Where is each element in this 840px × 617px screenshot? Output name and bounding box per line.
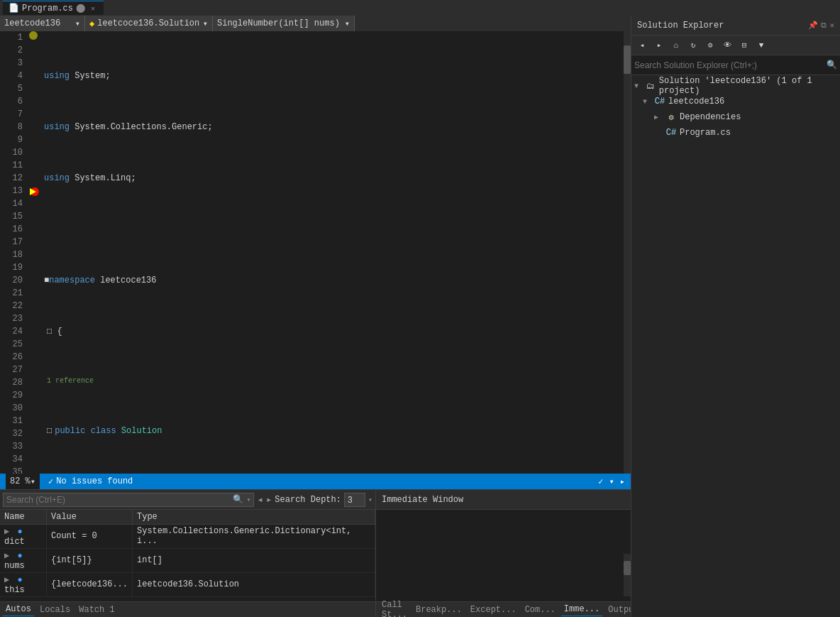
tab-watch1[interactable]: Watch 1 (76, 604, 117, 616)
immediate-content[interactable] (376, 510, 631, 601)
editor-vscrollbar[interactable] (624, 31, 631, 474)
dropdown-arrow3: ▾ (345, 18, 350, 29)
se-search: 🔍 (631, 55, 840, 75)
se-deps-icon: ⚙ (665, 111, 677, 123)
expand-this[interactable]: ▶ (4, 575, 9, 585)
status-right: ✓ ▾ ▸ (598, 476, 625, 487)
se-programcs-icon: C# (665, 127, 677, 138)
editor-toolbar: leetcode136 ▾ ◆ leetcoce136.Solution ▾ S… (0, 16, 631, 31)
check2-icon: ✓ (598, 476, 603, 487)
se-search-icon[interactable]: 🔍 (827, 60, 837, 70)
cell-value-dict: Count = 0 (46, 524, 132, 548)
cell-value-this: {leetcode136... (46, 572, 132, 596)
dropdown-arrow4[interactable]: ▾ (246, 496, 250, 504)
se-solution-label: Solution 'leetcode136' (1 of 1 project) (659, 76, 837, 96)
se-solution-icon: 🗂 (645, 80, 656, 92)
se-home-btn[interactable]: ⌂ (668, 38, 684, 53)
depth-dropdown-arrow[interactable]: ▾ (368, 496, 372, 504)
se-title-bar: Solution Explorer 📌 ⧉ ✕ (631, 16, 840, 36)
se-float-btn[interactable]: ⧉ (821, 21, 827, 30)
editor-area: leetcode136 ▾ ◆ leetcoce136.Solution ▾ S… (0, 16, 631, 617)
table-row[interactable]: ▶ ● this {leetcode136... leetcode136.Sol… (0, 572, 375, 596)
gutter (28, 31, 41, 474)
code-content[interactable]: using System; using System.Collections.G… (41, 31, 624, 474)
solution-icon: ◆ (89, 18, 94, 29)
tab-callstack[interactable]: Call St... (379, 599, 410, 618)
cell-type-this: leetcode136.Solution (133, 572, 375, 596)
editor-tab-program[interactable]: 📄 Program.cs ⬤ ✕ (3, 1, 104, 15)
tab-command[interactable]: Com... (522, 604, 558, 616)
expand-nums[interactable]: ▶ (4, 551, 9, 561)
se-preview-btn[interactable]: 👁 (719, 38, 735, 53)
code-line-6: □ { (44, 325, 624, 338)
tab-output[interactable]: Output (605, 604, 631, 616)
se-project-icon: C# (654, 96, 665, 107)
autos-search-box[interactable]: 🔍 ▾ (3, 493, 254, 507)
se-refresh-btn[interactable]: ↻ (685, 38, 701, 53)
se-filter-btn[interactable]: ▼ (753, 38, 769, 53)
line-numbers: 1 2 3 4 5 6 7 8 9 10 11 12 13 14 15 16 1… (0, 31, 28, 474)
se-collapse-btn[interactable]: ⊟ (736, 38, 752, 53)
se-arrow-solution: ▼ (634, 82, 642, 90)
tab-exceptions[interactable]: Except... (468, 604, 519, 616)
se-deps-label: Dependencies (680, 112, 741, 122)
se-item-dependencies[interactable]: ▶ ⚙ Dependencies (631, 109, 840, 125)
exec-arrow-line13 (30, 188, 36, 195)
solution-dropdown[interactable]: ◆ leetcoce136.Solution ▾ (85, 16, 213, 31)
tab-immediate[interactable]: Imme... (561, 603, 602, 616)
se-pin-btn[interactable]: 📌 (808, 21, 818, 30)
cell-type-dict: System.Collections.Generic.Dictionary<in… (133, 524, 375, 548)
se-project-label: leetcode136 (668, 97, 724, 107)
se-item-programcs[interactable]: ▶ C# Program.cs (631, 125, 840, 141)
tab-close-button[interactable]: ✕ (88, 4, 98, 13)
tab-autos[interactable]: Autos (3, 603, 34, 616)
cell-name-nums: ▶ ● nums (0, 548, 46, 572)
se-forward-btn[interactable]: ▸ (651, 38, 667, 53)
debug-dot (29, 31, 38, 40)
check-icon: ✓ (48, 476, 53, 487)
immediate-panel: Immediate Window 📌 ⧉ ✕ Call St... Br (376, 490, 631, 617)
table-row[interactable]: ▶ ● nums {int[5]} int[] (0, 548, 375, 572)
immediate-bottom-tabs: Call St... Breakp... Except... Com... Im… (376, 601, 631, 617)
nav-back-btn[interactable]: ◂ (257, 493, 262, 506)
zoom-arrow: ▾ (31, 476, 35, 487)
tab-locals[interactable]: Locals (37, 604, 73, 616)
immediate-vscrollbar[interactable] (624, 554, 631, 596)
code-line-1: using System; (44, 70, 624, 82)
se-back-btn[interactable]: ◂ (634, 38, 650, 53)
col-type: Type (133, 510, 375, 524)
autos-panel: 🔍 ▾ ◂ ▸ Search Depth: ▾ N (0, 490, 376, 617)
se-settings-btn[interactable]: ⚙ (702, 38, 718, 53)
method-dropdown[interactable]: SingleNumber(int[] nums) ▾ (213, 16, 355, 31)
expand-dict[interactable]: ▶ (4, 527, 9, 537)
zoom-level[interactable]: 82 % ▾ (6, 474, 40, 489)
search-icon: 🔍 (233, 494, 243, 505)
se-item-solution[interactable]: ▼ 🗂 Solution 'leetcode136' (1 of 1 proje… (631, 78, 840, 94)
se-arrow-project: ▼ (643, 98, 651, 106)
dropdown-arrow: ▾ (75, 18, 80, 29)
se-item-project[interactable]: ▼ C# leetcode136 (631, 94, 840, 109)
immediate-toolbar: Immediate Window 📌 ⧉ ✕ (376, 490, 631, 510)
ref-label-7: 1 reference (44, 376, 624, 386)
tab-label: Program.cs (22, 4, 73, 13)
tab-breakpoints[interactable]: Breakp... (413, 604, 465, 616)
cell-value-nums: {int[5]} (46, 548, 132, 572)
code-line-5: ■namespace leetcoce136 (44, 274, 624, 287)
main-layout: leetcode136 ▾ ◆ leetcoce136.Solution ▾ S… (0, 16, 840, 617)
table-row[interactable]: ▶ ● dict Count = 0 System.Collections.Ge… (0, 524, 375, 548)
tab-modified-dot: ⬤ (76, 3, 85, 13)
search-depth-input[interactable] (344, 493, 365, 507)
se-toolbar: ◂ ▸ ⌂ ↻ ⚙ 👁 ⊟ ▼ (631, 36, 840, 55)
code-editor: 1 2 3 4 5 6 7 8 9 10 11 12 13 14 15 16 1… (0, 31, 631, 474)
se-close-btn[interactable]: ✕ (829, 21, 834, 30)
autos-search-input[interactable] (6, 495, 230, 505)
autos-toolbar: 🔍 ▾ ◂ ▸ Search Depth: ▾ (0, 490, 375, 510)
code-line-3: using System.Linq; (44, 172, 624, 185)
nav-forward-btn[interactable]: ▸ (266, 493, 272, 506)
se-arrow-deps: ▶ (654, 113, 663, 121)
file-dropdown[interactable]: leetcode136 ▾ (0, 16, 85, 31)
title-bar: 📄 Program.cs ⬤ ✕ (0, 0, 840, 16)
solution-explorer: Solution Explorer 📌 ⧉ ✕ ◂ ▸ ⌂ ↻ ⚙ 👁 ⊟ ▼ … (631, 16, 840, 617)
se-search-input[interactable] (634, 60, 824, 70)
cell-name-this: ▶ ● this (0, 572, 46, 596)
